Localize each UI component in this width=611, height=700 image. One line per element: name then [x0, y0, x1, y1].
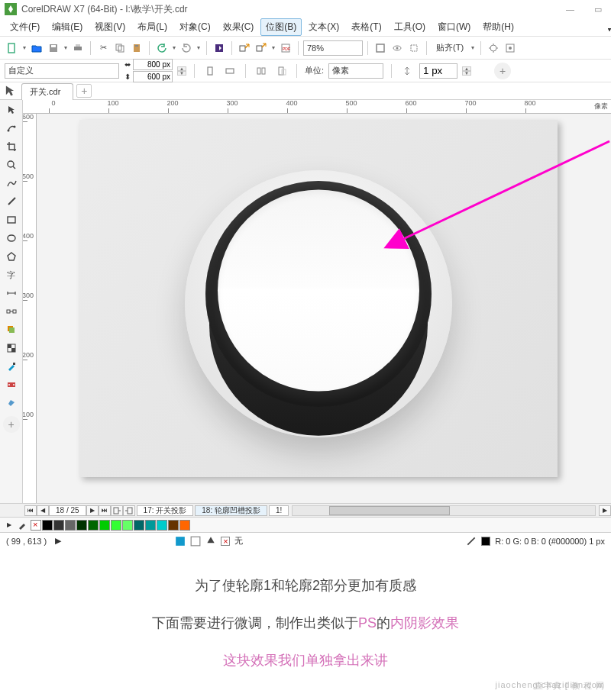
page-last[interactable]: ⏭	[99, 505, 111, 516]
freehand-tool[interactable]	[3, 175, 20, 192]
menu-help[interactable]: 帮助(H)	[477, 18, 519, 36]
h-scroll-right[interactable]: ▶	[599, 505, 611, 516]
artistic-media-tool[interactable]	[3, 193, 20, 210]
smart-fill-tool[interactable]	[3, 395, 20, 411]
open-button[interactable]	[29, 40, 44, 56]
page-preset-select[interactable]: 自定义 ▾	[5, 63, 119, 79]
zoom-tool[interactable]	[3, 156, 20, 173]
canvas[interactable]	[37, 114, 611, 503]
print-button[interactable]	[70, 40, 86, 56]
object-info-icon[interactable]: ▶	[53, 536, 63, 547]
add-tool-button[interactable]: +	[3, 416, 20, 433]
menu-view[interactable]: 视图(V)	[89, 18, 131, 36]
color-proof-icon[interactable]	[190, 536, 201, 547]
menu-bitmap[interactable]: 位图(B)	[260, 18, 302, 36]
fill-none-icon[interactable]	[221, 537, 230, 546]
zoom-select[interactable]: 78% ▾	[303, 40, 363, 56]
snap-label[interactable]: 贴齐(T)	[432, 42, 468, 53]
page-tab-18[interactable]: 18: 轮廓凹槽投影	[195, 505, 267, 516]
crop-tool[interactable]	[3, 138, 20, 155]
eyedropper-palette-icon[interactable]	[15, 518, 30, 533]
nudge-input[interactable]	[419, 63, 457, 79]
ellipse-tool[interactable]	[3, 230, 20, 247]
swatch-black[interactable]	[42, 520, 53, 531]
fill-indicator-icon[interactable]	[205, 536, 216, 547]
menu-edit[interactable]: 编辑(E)	[47, 18, 88, 36]
swatch[interactable]	[145, 520, 156, 531]
page-indicator[interactable]: 18 / 25	[49, 505, 86, 516]
app-options-button[interactable]	[503, 40, 518, 56]
export-dropdown[interactable]: ▾	[270, 44, 276, 51]
save-dropdown[interactable]: ▾	[63, 44, 69, 51]
minimize-button[interactable]: —	[561, 3, 579, 16]
file-tab[interactable]: 开关.cdr	[21, 83, 73, 100]
swatch[interactable]	[76, 520, 87, 531]
fullscreen-button[interactable]	[373, 40, 388, 56]
dim-spin-down[interactable]: ▼	[177, 71, 186, 76]
connector-tool[interactable]	[3, 303, 20, 320]
menu-object[interactable]: 对象(C)	[174, 18, 216, 36]
swatch[interactable]	[88, 520, 99, 531]
eyedropper-tool[interactable]	[3, 358, 20, 375]
swatch[interactable]	[111, 520, 121, 531]
snap-options-button[interactable]	[406, 40, 422, 56]
page-height-input[interactable]	[135, 72, 170, 82]
shape-tool[interactable]	[3, 120, 20, 137]
horizontal-ruler[interactable]: 0 100 200 300 400 500 600 700 800 像素	[23, 100, 611, 114]
page-add-before[interactable]	[111, 505, 123, 516]
options-button[interactable]	[486, 40, 501, 56]
import-button[interactable]	[237, 40, 252, 56]
portrait-button[interactable]	[202, 63, 218, 79]
redo-button[interactable]	[179, 40, 194, 56]
undo-dropdown[interactable]: ▾	[171, 44, 177, 51]
add-document-button[interactable]: +	[76, 84, 92, 98]
menu-file[interactable]: 文件(F)	[5, 18, 45, 36]
h-scroll-thumb[interactable]	[329, 506, 450, 515]
page-tab-17[interactable]: 17: 开关投影	[137, 505, 194, 516]
page-next[interactable]: ▶	[86, 505, 99, 516]
swatch[interactable]	[53, 520, 64, 531]
page-tab-19[interactable]: 1!	[269, 505, 289, 516]
nudge-spin-down[interactable]: ▼	[462, 71, 471, 76]
pick-tool[interactable]	[3, 102, 20, 118]
paste-button[interactable]	[129, 40, 144, 56]
pick-tool-icon[interactable]	[3, 84, 17, 98]
page-prev[interactable]: ◀	[37, 505, 49, 516]
current-page-button[interactable]	[273, 63, 289, 79]
copy-button[interactable]	[112, 40, 128, 56]
swatch[interactable]	[122, 520, 133, 531]
cut-button[interactable]: ✂	[95, 40, 111, 56]
menu-tools[interactable]: 工具(O)	[389, 18, 431, 36]
swatch[interactable]	[157, 520, 167, 531]
menu-table[interactable]: 表格(T)	[346, 18, 386, 36]
menu-window[interactable]: 窗口(W)	[432, 18, 476, 36]
text-tool[interactable]: 字	[3, 266, 20, 283]
swatch[interactable]	[99, 520, 110, 531]
menu-text[interactable]: 文本(X)	[303, 18, 344, 36]
page-width-input[interactable]	[135, 60, 170, 69]
page-first[interactable]: ⏮	[24, 505, 37, 516]
vertical-ruler[interactable]: 600 500 400 300 200 100	[23, 114, 37, 503]
snap-dropdown[interactable]: ▾	[470, 44, 476, 51]
new-button[interactable]	[5, 40, 20, 56]
publish-pdf-button[interactable]: PDF	[278, 40, 293, 56]
export-button[interactable]	[254, 40, 269, 56]
undo-button[interactable]	[154, 40, 170, 56]
add-property-button[interactable]: +	[494, 63, 511, 79]
all-pages-button[interactable]	[254, 63, 269, 79]
menu-layout[interactable]: 布局(L)	[132, 18, 173, 36]
palette-nav-left[interactable]: ▶	[5, 520, 14, 531]
unit-select[interactable]: 像素 ▾	[328, 63, 383, 79]
interactive-fill-tool[interactable]	[3, 376, 20, 393]
save-button[interactable]	[46, 40, 61, 56]
swatch[interactable]	[179, 520, 190, 531]
preview-button[interactable]	[390, 40, 405, 56]
maximize-button[interactable]: ▭	[590, 3, 606, 16]
new-dropdown[interactable]: ▾	[21, 44, 27, 51]
polygon-tool[interactable]	[3, 248, 20, 265]
stroke-swatch[interactable]	[481, 537, 490, 546]
h-scrollbar[interactable]	[292, 505, 596, 516]
swatch-none[interactable]	[31, 520, 41, 531]
redo-dropdown[interactable]: ▾	[196, 44, 202, 51]
swatch[interactable]	[168, 520, 179, 531]
